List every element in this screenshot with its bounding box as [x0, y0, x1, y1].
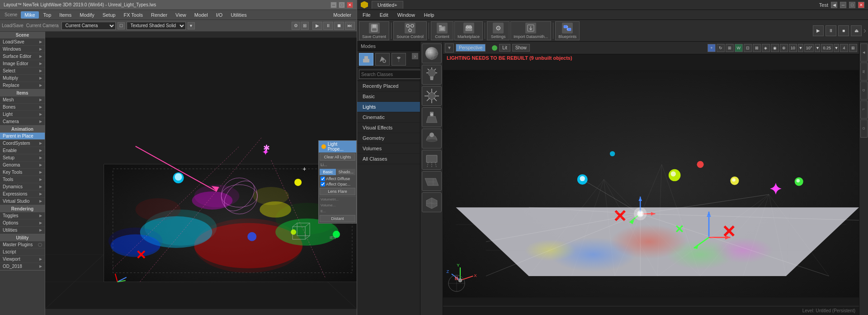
ue-minimize-btn[interactable]: ─: [840, 2, 846, 8]
ue-asset-skylight[interactable]: [422, 129, 442, 148]
lw-item-toggles[interactable]: Toggles▶: [0, 212, 45, 220]
lw-minimize-btn[interactable]: ─: [330, 2, 337, 8]
ue-importdatasmith-btn[interactable]: Import Datasmith...: [510, 21, 551, 40]
lw-item-keytools[interactable]: Key Tools▶: [0, 169, 45, 176]
ue-content-btn[interactable]: Content: [431, 21, 453, 40]
ue-cat-basic[interactable]: Basic: [357, 91, 420, 102]
ue-vp-scaledown-btn[interactable]: ▼: [834, 44, 839, 52]
ue-close-btn[interactable]: ✕: [858, 2, 864, 8]
lw-settings-icon-btn[interactable]: ⚙: [292, 22, 300, 30]
ue-asset-pointlight[interactable]: [422, 65, 442, 85]
lw-menu-io[interactable]: I/O: [212, 11, 226, 19]
ue-vp-snap4-icon[interactable]: ◉: [771, 44, 779, 52]
lw-menu-view[interactable]: View: [172, 11, 190, 19]
ue-asset-rectlight[interactable]: [422, 150, 442, 170]
lw-item-lscript[interactable]: Lscript: [0, 248, 45, 256]
lw-item-virtualstudio[interactable]: Virtual Studio▶: [0, 198, 45, 205]
lw-item-light[interactable]: Light▶: [0, 111, 45, 118]
lw-item-mesh[interactable]: Mesh▶: [0, 96, 45, 104]
lw-item-enable[interactable]: Enable▶: [0, 147, 45, 154]
ue-marketplace-btn[interactable]: Marketplace: [454, 21, 483, 40]
ue-expand-btn[interactable]: ◀: [831, 2, 837, 8]
lw-item-select[interactable]: Select▶: [0, 67, 45, 75]
lw-tb-btn4[interactable]: ⏭: [345, 22, 355, 30]
ue-vp-rot-value[interactable]: 10°: [804, 44, 814, 52]
lw-menu-setup[interactable]: Setup: [99, 11, 119, 19]
ue-menu-window[interactable]: Window: [394, 11, 419, 19]
ue-cat-visualeffects[interactable]: Visual Effects: [357, 123, 420, 133]
ue-edge-btn2[interactable]: W: [860, 62, 868, 81]
ue-cat-allclasses[interactable]: All Classes: [357, 154, 420, 164]
ue-vp-snap5-icon[interactable]: ⊕: [780, 44, 788, 52]
ue-edge-btn1[interactable]: ◀: [860, 43, 868, 62]
lw-item-viewport[interactable]: Viewport▶: [0, 256, 45, 263]
lw-view-toggle-btn[interactable]: ▼: [188, 22, 195, 29]
ue-main-tab[interactable]: Untitled+: [372, 1, 403, 9]
ue-search-classes-input[interactable]: [359, 70, 421, 79]
ue-vp-snap2-icon[interactable]: ⊠: [753, 44, 761, 52]
lw-camera-dropdown[interactable]: Current Camera: [61, 22, 116, 30]
ue-pause-btn[interactable]: ⏸: [826, 25, 836, 36]
lw-item-camera[interactable]: Camera▶: [0, 118, 45, 125]
lw-menu-modify[interactable]: Modify: [76, 11, 98, 19]
ue-vp-cam-icon[interactable]: 4: [840, 44, 848, 52]
lw-item-imageeditor[interactable]: Image Editor▶: [0, 60, 45, 67]
lw-item-od2018[interactable]: OD_2018▶: [0, 263, 45, 270]
ue-vp-snap-icon[interactable]: ⊡: [744, 44, 752, 52]
lp-tab-shadow[interactable]: Shado...: [336, 169, 355, 175]
lw-item-loadsave[interactable]: Load/Save▶: [0, 38, 45, 46]
lw-tb-btn3[interactable]: ⏹: [334, 22, 344, 30]
ue-edge-btn3[interactable]: D: [860, 81, 868, 100]
ue-stop-btn[interactable]: ■: [838, 25, 849, 36]
ue-blueprints-btn[interactable]: Blueprints: [555, 21, 580, 40]
lp-lensflare-btn[interactable]: Lens Flare: [320, 188, 355, 195]
lw-menu-items[interactable]: Items: [56, 11, 75, 19]
lw-item-options[interactable]: Options▶: [0, 220, 45, 227]
ue-vp-perspective-arrow[interactable]: ▼: [445, 43, 454, 52]
ue-mode-foliage-btn[interactable]: [392, 53, 406, 66]
lw-item-utilities[interactable]: Utilities▶: [0, 227, 45, 234]
lw-item-masterplugins[interactable]: Master Plugins◯: [0, 241, 45, 248]
lw-item-coordsystem[interactable]: CoordSystem▶: [0, 140, 45, 147]
ue-asset-spotlight[interactable]: [422, 107, 442, 127]
ue-cat-lights[interactable]: Lights: [357, 102, 420, 112]
lw-item-tools[interactable]: Tools▶: [0, 176, 45, 183]
lw-menu-scene[interactable]: Scene: [2, 12, 20, 18]
ue-scene[interactable]: ✕ ✕ ✕ ✦: [443, 62, 859, 306]
ue-cat-cinematic[interactable]: Cinematic: [357, 112, 420, 123]
ue-maximize-btn[interactable]: □: [849, 2, 855, 8]
ue-menu-file[interactable]: File: [359, 11, 374, 19]
ue-vp-grid-value[interactable]: 10: [789, 44, 797, 52]
lw-menu-utilities[interactable]: Utilities: [227, 11, 250, 19]
lw-menu-modeler[interactable]: Modeler: [330, 11, 355, 19]
lp-affectdiffuse-check[interactable]: [321, 177, 325, 181]
ue-cat-recently-placed[interactable]: Recently Placed: [357, 81, 420, 91]
ue-menu-edit[interactable]: Edit: [376, 11, 392, 19]
lw-item-genoma[interactable]: Genoma▶: [0, 162, 45, 169]
lp-clear-btn[interactable]: Clear All Lights: [320, 153, 355, 161]
ue-settings-btn[interactable]: ⚙ Settings: [487, 21, 509, 40]
lw-item-multiply[interactable]: Multiply▶: [0, 75, 45, 82]
lp-affectopac-check[interactable]: [321, 182, 325, 186]
ue-edge-btn5[interactable]: O: [860, 119, 868, 138]
lw-viewport[interactable]: ✕ ✦: [45, 32, 357, 315]
ue-menu-help[interactable]: Help: [420, 11, 438, 19]
lw-item-dynamics[interactable]: Dynamics▶: [0, 183, 45, 191]
ue-vp-world-icon[interactable]: W: [735, 44, 743, 52]
lw-item-expressions[interactable]: Expressions▶: [0, 191, 45, 198]
ue-asset-directionallight[interactable]: [422, 86, 442, 106]
ue-asset-plane[interactable]: [422, 171, 442, 191]
lw-menu-model[interactable]: Model: [191, 11, 212, 19]
ue-vp-lit-btn[interactable]: Lit: [499, 44, 510, 52]
lw-view-dropdown[interactable]: Textured Shaded Solid: [127, 22, 186, 30]
lw-menu-render[interactable]: Render: [147, 11, 171, 19]
lw-maximize-btn[interactable]: □: [339, 2, 345, 8]
ue-toolbar-chevron[interactable]: ›: [863, 26, 866, 35]
lw-item-bones[interactable]: Bones▶: [0, 104, 45, 111]
lw-tb-btn1[interactable]: ▶: [312, 22, 322, 30]
lw-item-windows[interactable]: Windows▶: [0, 46, 45, 53]
ue-mode-place-btn[interactable]: [359, 53, 373, 66]
lw-menu-top[interactable]: Top: [40, 11, 55, 19]
ue-vp-griddown-btn[interactable]: ▼: [798, 44, 803, 52]
ue-vp-scale-value[interactable]: 0.25: [821, 44, 833, 52]
